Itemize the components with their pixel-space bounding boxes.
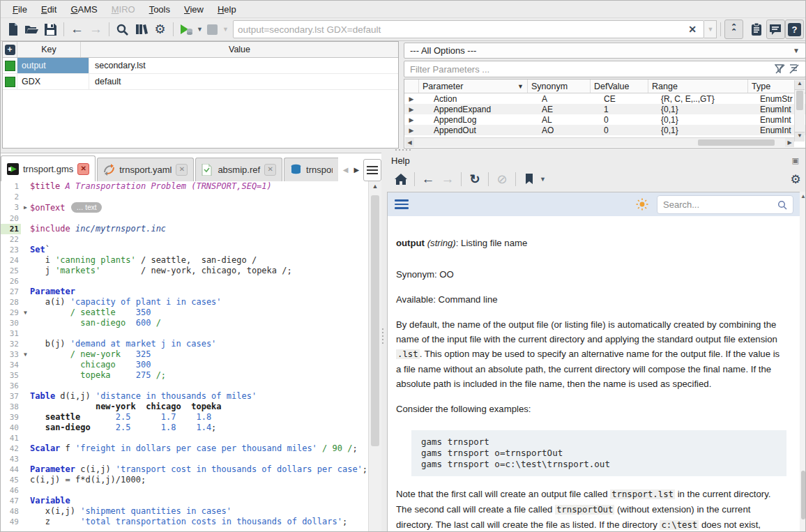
forward-icon[interactable]: → [87, 20, 105, 38]
folded-text-badge[interactable]: … text [71, 202, 102, 213]
scroll-up-icon[interactable]: ▲ [369, 183, 381, 190]
tab-trnsport.gdx[interactable]: trnsport.gdx [284, 158, 338, 181]
kv-row[interactable]: GDXdefault [3, 74, 398, 90]
code-editor[interactable]: 1$title A Transportation Problem (TRNSPO… [1, 181, 369, 532]
settings-gear-icon[interactable]: ⚙ [151, 20, 169, 38]
param-range-cell[interactable]: {0,1} [657, 115, 756, 125]
parameter-row[interactable]: ▶ActionACE{R, C, E,..,GT}EnumStrG [404, 93, 805, 104]
code-line[interactable]: 21$include inc/mytrnsport.inc [1, 224, 369, 234]
code-line[interactable]: 33▼ / new-york 325 [1, 349, 369, 360]
new-file-icon[interactable] [4, 20, 22, 38]
options-group-dropdown[interactable]: --- All Options --- ▼ [404, 43, 806, 59]
menu-edit[interactable]: Edit [35, 2, 63, 17]
code-line[interactable]: 39 seattle 2.5 1.7 1.8 [1, 412, 369, 423]
close-tab-icon[interactable]: ✕ [264, 164, 276, 176]
code-line[interactable]: 41 [1, 433, 369, 443]
scroll-thumb[interactable] [801, 471, 805, 519]
param-defvalue-cell[interactable]: 0 [600, 126, 657, 135]
param-defvalue-cell[interactable]: 0 [600, 115, 657, 125]
scroll-thumb[interactable] [371, 195, 379, 446]
filter-name-toggle-icon[interactable] [775, 64, 786, 74]
scroll-up-icon[interactable]: ▲ [795, 80, 805, 90]
menu-gams[interactable]: GAMS [64, 2, 103, 17]
fold-open-icon[interactable]: ▼ [21, 349, 30, 360]
parameter-row[interactable]: ▶AppendLogAL0{0,1}EnumIntL [404, 114, 805, 125]
param-name-cell[interactable]: AppendExpand [418, 105, 538, 114]
reload-icon[interactable]: ↻ [466, 170, 484, 188]
tab-trnsport.gms[interactable]: trnsport.gms✕ [1, 155, 96, 181]
process-log-icon[interactable] [748, 20, 766, 38]
kv-key-cell[interactable]: GDX [17, 74, 89, 89]
kv-value-cell[interactable]: default [89, 74, 398, 89]
help-scrollbar[interactable]: ▲ [800, 192, 806, 532]
scroll-thumb[interactable] [796, 91, 803, 110]
filter-parameters-input[interactable]: Filter Parameters ... [404, 61, 806, 77]
param-range-cell[interactable]: {0,1} [657, 126, 756, 135]
editor-scrollbar[interactable]: ▲ [368, 181, 381, 532]
parameter-row[interactable]: ▶AppendExpandAE1{0,1}EnumIntE [404, 104, 805, 114]
code-line[interactable]: 25 j 'markets' / new-york, chicago, tope… [1, 266, 369, 276]
code-line[interactable]: 1$title A Transportation Problem (TRNSPO… [1, 181, 369, 192]
kv-row[interactable]: outputsecondary.lst [3, 58, 398, 74]
param-defvalue-cell[interactable]: 1 [600, 105, 657, 114]
stop-loading-icon[interactable]: ⊘ [493, 170, 511, 188]
kv-key-cell[interactable]: output [17, 58, 89, 73]
float-panel-icon[interactable]: ▣ [791, 156, 798, 165]
menu-help[interactable]: Help [211, 2, 243, 17]
code-line[interactable]: 38 new-york chicago topeka [1, 402, 369, 412]
tab-list-menu-button[interactable] [363, 159, 381, 181]
expand-row-icon[interactable]: ▶ [404, 96, 418, 102]
code-line[interactable]: 2 [1, 192, 369, 202]
close-tab-icon[interactable]: ✕ [77, 163, 89, 175]
bookmark-icon[interactable] [520, 170, 538, 188]
tabs-scroll-left-icon[interactable]: ◀ [341, 165, 351, 175]
tab-absmip.ref[interactable]: absmip.ref✕ [195, 158, 282, 181]
parameters-vertical-scrollbar[interactable]: ▲ ▼ [794, 80, 805, 142]
help-settings-gear-icon[interactable]: ⚙ [786, 170, 805, 188]
code-line[interactable]: 20 [1, 213, 369, 224]
kv-key-header[interactable]: Key [17, 42, 81, 57]
save-icon[interactable] [42, 20, 59, 38]
param-defvalue-cell[interactable]: CE [600, 94, 657, 104]
close-tab-icon[interactable]: ✕ [176, 164, 188, 176]
tabs-scroll-right-icon[interactable]: ▶ [351, 165, 361, 175]
search-icon[interactable] [114, 20, 131, 38]
menu-file[interactable]: File [6, 2, 33, 17]
scroll-right-icon[interactable]: ▶ [785, 138, 794, 147]
code-line[interactable]: 36 [1, 381, 369, 391]
col-range[interactable]: Range [648, 79, 748, 93]
scroll-up-icon[interactable]: ▲ [800, 193, 806, 199]
gams-parameter-input[interactable]: output=secondary.lst GDX=default ✕ [233, 20, 704, 38]
code-line[interactable]: 43 [1, 454, 369, 464]
param-synonym-cell[interactable]: AL [538, 115, 600, 125]
col-defvalue[interactable]: DefValue [591, 79, 648, 93]
code-line[interactable]: 46 [1, 485, 369, 496]
doc-search-icon[interactable] [777, 199, 787, 210]
scroll-left-icon[interactable]: ◀ [405, 138, 414, 147]
parameter-row[interactable]: ▶AppendOutAO0{0,1}EnumIntO [404, 125, 805, 135]
code-line[interactable]: 27Parameter [1, 287, 369, 297]
code-line[interactable]: 22 [1, 234, 369, 245]
run-gams-icon[interactable] [178, 20, 195, 38]
help-comment-icon[interactable] [766, 20, 785, 39]
parameter-history-caret-icon[interactable]: ▼ [704, 20, 717, 38]
menu-tools[interactable]: Tools [143, 2, 176, 17]
doc-search-input[interactable]: Search... [657, 195, 793, 214]
code-line[interactable]: 3▶$onText… text [1, 202, 369, 213]
param-name-cell[interactable]: AppendOut [418, 126, 538, 135]
code-line[interactable]: 24 i 'canning plants' / seattle, san-die… [1, 255, 369, 266]
help-back-icon[interactable]: ← [419, 170, 437, 188]
param-synonym-cell[interactable]: AO [538, 126, 600, 135]
theme-sun-icon[interactable] [636, 198, 648, 211]
param-name-cell[interactable]: Action [418, 94, 538, 104]
model-library-icon[interactable] [132, 20, 150, 38]
code-line[interactable]: 48 x(i,j) 'shipment quantities in cases' [1, 506, 369, 517]
code-line[interactable]: 31 [1, 328, 369, 339]
code-line[interactable]: 34 chicago 300 [1, 360, 369, 370]
col-parameter[interactable]: Parameter▼ [419, 79, 528, 93]
code-line[interactable]: 42Scalar f 'freight in dollars per case … [1, 443, 369, 454]
back-icon[interactable]: ← [68, 20, 86, 38]
code-line[interactable]: 49 z 'total transportation costs in thou… [1, 517, 369, 527]
stop-icon[interactable] [204, 20, 221, 38]
expand-row-icon[interactable]: ▶ [404, 106, 418, 113]
